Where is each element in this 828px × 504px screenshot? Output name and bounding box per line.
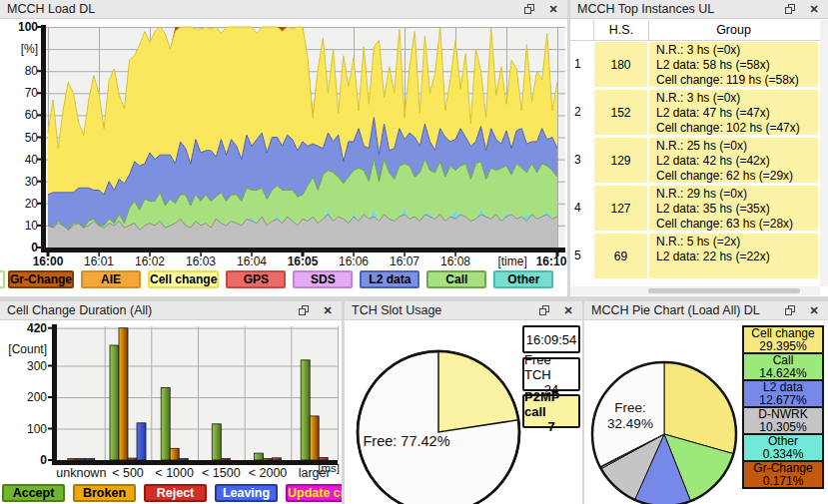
time-value: 16:09:54: [526, 332, 577, 347]
legend-button-gps[interactable]: GPS: [226, 270, 286, 288]
row-index: 2: [574, 89, 592, 135]
panel-title: TCH Slot Usage: [352, 303, 441, 317]
table-row[interactable]: 2152N.R.: 3 hs (=0x)L2 data: 47 hs (=47x…: [570, 89, 828, 137]
bar-leaving: [137, 423, 146, 460]
close-icon[interactable]: ✕: [808, 304, 820, 316]
close-icon[interactable]: ✕: [322, 304, 334, 316]
row-index: 5: [574, 233, 592, 278]
y-tick-label: 10: [25, 219, 39, 233]
header-hs: H.S.: [594, 20, 649, 40]
hs-cell: 69: [594, 234, 647, 278]
group-line: N.R.: 5 hs (=2x): [656, 235, 818, 250]
hs-cell: 127: [594, 186, 647, 231]
group-line: L2 data: 47 hs (=47x): [656, 106, 818, 121]
float-icon[interactable]: [523, 3, 535, 15]
group-line: L2 data: 35 hs (=35x): [656, 202, 818, 217]
bar-leaving: [179, 458, 188, 460]
y-axis: [41, 25, 46, 252]
group-cell: N.R.: 25 hs (=0x)L2 data: 42 hs (=42x)Ce…: [649, 138, 818, 183]
top-instances-table: H.S. Group 1180N.R.: 3 hs (=0x)L2 data: …: [570, 20, 828, 296]
legend-button-broken[interactable]: Broken: [73, 484, 136, 502]
group-line: L2 data: 22 hs (=22x): [656, 250, 818, 264]
float-icon[interactable]: [784, 3, 796, 15]
close-icon[interactable]: ✕: [547, 3, 559, 15]
group-line: N.R.: 25 hs (=0x): [656, 139, 818, 154]
legend-button-gr-change[interactable]: Gr-Change: [8, 270, 74, 288]
table-row[interactable]: 3129N.R.: 25 hs (=0x)L2 data: 42 hs (=42…: [570, 137, 828, 185]
y-tick-label: 100: [18, 20, 38, 34]
legend-button-update-cm[interactable]: Update cm: [286, 484, 342, 502]
group-line: Cell change: 119 hs (=58x): [656, 73, 818, 88]
pie-legend-call: Call14.624%: [742, 352, 824, 381]
panel-mcch-top-instances-ul: MCCH Top Instances UL ✕ H.S. Group 1180N…: [570, 0, 828, 296]
x-category-label: unknown: [56, 466, 106, 480]
legend-button-l2-data[interactable]: L2 data: [360, 270, 419, 288]
bar-broken: [119, 328, 128, 460]
horizontal-scrollbar[interactable]: [570, 286, 820, 295]
y-tick-label: 200: [27, 390, 47, 404]
free-percentage-label: Free: 77.42%: [363, 433, 449, 449]
x-axis: [41, 248, 565, 252]
x-tick-label: 16:02: [135, 254, 165, 268]
y-tick-label: 40: [25, 153, 39, 167]
pie-legend-name: Call: [773, 354, 794, 367]
x-tick-label: 16:01: [84, 254, 114, 268]
close-icon[interactable]: ✕: [562, 304, 574, 316]
panel-title: MCCH Pie Chart (Load All) DL: [591, 303, 760, 317]
y-tick-label: 300: [27, 359, 47, 373]
pie-legend-cell-change: Cell change29.395%: [742, 325, 824, 354]
float-icon[interactable]: [784, 304, 796, 316]
panel-cell-change-duration: Cell Change Duration (All) ✕ unknown< 50…: [0, 301, 342, 504]
close-icon[interactable]: ✕: [808, 3, 820, 15]
time-box: 16:09:54: [522, 325, 580, 353]
pie-legend-gr-change: Gr-Change0.171%: [742, 460, 824, 489]
free-tch-label: Free TCH: [524, 352, 578, 382]
hs-cell: 129: [594, 138, 647, 183]
y-tick-label: 20: [25, 197, 39, 211]
panel-mcch-load-dl: MCCH Load DL ✕ 10080706050403020100[%]16…: [0, 0, 567, 296]
float-icon[interactable]: [538, 304, 550, 316]
group-line: L2 data: 42 hs (=42x): [656, 154, 818, 169]
p2mp-call-box: P2MP call 7: [522, 394, 580, 428]
y-tick-label: 0: [31, 241, 38, 254]
pie-legend-value: 14.624%: [759, 367, 806, 380]
legend-button-other[interactable]: Other: [493, 270, 553, 288]
legend-button-aie[interactable]: AIE: [81, 270, 141, 288]
legend-button-cell-change[interactable]: Cell change: [148, 270, 219, 288]
table-row[interactable]: 569N.R.: 5 hs (=2x)L2 data: 22 hs (=22x): [570, 233, 828, 280]
bar-reject: [273, 458, 282, 460]
group-line: N.R.: 29 hs (=0x): [656, 187, 818, 202]
panel-mcch-pie-chart: MCCH Pie Chart (Load All) DL ✕ Free:32.4…: [584, 301, 828, 504]
panel-title: MCCH Load DL: [7, 2, 95, 16]
x-tick-label: 16:03: [186, 254, 216, 268]
group-line: Cell change: 62 hs (=29x): [656, 169, 818, 184]
legend-button-leaving[interactable]: Leaving: [215, 484, 278, 502]
group-line: N.R.: 3 hs (=0x): [656, 43, 818, 58]
pie-legend-l2-data: L2 data12.677%: [742, 379, 824, 408]
row-index: 3: [574, 137, 592, 183]
legend-button-reject[interactable]: Reject: [144, 484, 207, 502]
vertical-scrollbar[interactable]: [820, 20, 828, 286]
table-row[interactable]: 4127N.R.: 29 hs (=0x)L2 data: 35 hs (=35…: [570, 185, 828, 233]
header-index: [570, 20, 594, 40]
titlebar-mcch-pie-chart: MCCH Pie Chart (Load All) DL ✕: [584, 301, 828, 320]
y-tick-label: 70: [25, 86, 39, 100]
bar-accept: [110, 345, 119, 460]
bar-reject: [77, 459, 86, 461]
legend-button-accept[interactable]: Accept: [2, 484, 65, 502]
x-category-label: < 500: [112, 466, 144, 480]
y-axis: [52, 324, 57, 465]
float-icon[interactable]: [298, 304, 310, 316]
panel-tch-slot-usage: TCH Slot Usage ✕ Free: 77.42% 16:09:54 F…: [345, 301, 582, 504]
titlebar-top-instances: MCCH Top Instances UL ✕: [570, 0, 828, 19]
titlebar-tch-slot-usage: TCH Slot Usage ✕: [345, 301, 582, 320]
legend-button-call[interactable]: Call: [426, 270, 486, 288]
scrollbar-thumb[interactable]: [648, 288, 800, 293]
table-row[interactable]: 1180N.R.: 3 hs (=0x)L2 data: 58 hs (=58x…: [570, 41, 828, 89]
legend-scrolled-button-sliver[interactable]: [0, 270, 5, 288]
mcch-pie-legend: Cell change29.395%Call14.624%L2 data12.6…: [742, 327, 824, 489]
group-cell: N.R.: 3 hs (=0x)L2 data: 47 hs (=47x)Cel…: [649, 90, 818, 135]
hs-cell: 152: [594, 90, 647, 135]
legend-button-sds[interactable]: SDS: [293, 270, 353, 288]
pie-legend-other: Other0.334%: [742, 433, 824, 462]
